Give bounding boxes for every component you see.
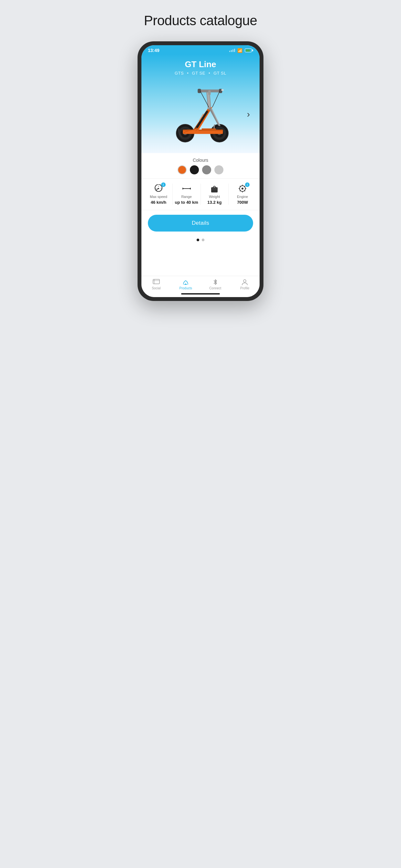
wifi-icon: 📶 xyxy=(237,48,243,53)
page-title: Products catalogue xyxy=(144,13,257,28)
status-icons: 📶 xyxy=(229,48,253,53)
spec-label-speed: Max speed xyxy=(150,195,167,198)
nav-item-products[interactable]: Products xyxy=(171,279,201,290)
details-section: Details xyxy=(142,210,259,236)
spec-value-range: up to 40 km xyxy=(175,200,198,205)
svg-rect-20 xyxy=(211,187,218,192)
profile-icon xyxy=(241,279,249,286)
spec-value-weight: 13.2 kg xyxy=(207,200,221,205)
hero-section: GT Line GTS • GT SE • GT SL xyxy=(142,54,259,153)
colours-section: Colours xyxy=(142,153,259,179)
pagination-dots xyxy=(142,236,259,244)
spec-value-speed: 46 km/h xyxy=(151,200,166,205)
svg-rect-17 xyxy=(221,89,223,91)
colour-swatches xyxy=(178,165,223,175)
nav-item-profile[interactable]: Profile xyxy=(230,279,260,290)
variant-gts: GTS xyxy=(175,71,184,75)
svg-point-29 xyxy=(243,280,246,282)
bottom-nav: Social Products Connect xyxy=(142,276,259,291)
colour-orange[interactable] xyxy=(178,165,187,175)
spec-range: Range up to 40 km xyxy=(173,184,201,205)
svg-rect-18 xyxy=(202,128,216,130)
svg-rect-21 xyxy=(212,189,217,189)
variant-gtse: GT SE xyxy=(192,71,205,75)
phone-frame: 13:49 📶 GT Line xyxy=(137,41,264,301)
product-variants: GTS • GT SE • GT SL xyxy=(175,71,226,75)
spec-icon-wrapper-range xyxy=(181,184,192,193)
colours-label: Colours xyxy=(193,158,208,163)
svg-point-19 xyxy=(158,188,159,189)
svg-rect-15 xyxy=(208,90,211,95)
svg-point-23 xyxy=(242,188,243,190)
spec-weight: Weight 13.2 kg xyxy=(201,184,228,205)
spec-icon-wrapper-speed: i xyxy=(153,184,164,193)
spec-value-engine: 700W xyxy=(237,200,248,205)
spec-label-engine: Engine xyxy=(237,195,248,198)
spec-icon-wrapper-weight xyxy=(209,184,220,193)
social-icon xyxy=(152,279,160,286)
weight-icon xyxy=(210,184,219,193)
pagination-dot-2[interactable] xyxy=(202,239,204,241)
svg-rect-24 xyxy=(153,279,159,284)
scooter-image: ETWOW xyxy=(165,84,236,145)
details-button[interactable]: Details xyxy=(148,215,253,231)
nav-item-connect[interactable]: Connect xyxy=(201,279,230,290)
nav-label-profile: Profile xyxy=(240,286,249,290)
spec-engine: i Engine 700W xyxy=(228,184,256,205)
battery-icon xyxy=(245,49,253,52)
variant-gtsl: GT SL xyxy=(213,71,226,75)
home-bar xyxy=(181,293,220,294)
engine-info-badge[interactable]: i xyxy=(245,182,250,187)
range-icon xyxy=(181,184,192,193)
nav-label-products: Products xyxy=(180,286,192,290)
bluetooth-icon xyxy=(212,279,219,286)
status-time: 13:49 xyxy=(148,48,159,53)
colour-black[interactable] xyxy=(190,165,199,175)
home-indicator xyxy=(142,291,259,297)
nav-item-social[interactable]: Social xyxy=(142,279,171,290)
spec-label-range: Range xyxy=(181,195,191,198)
nav-label-connect: Connect xyxy=(209,286,221,290)
spec-max-speed: i Max speed 46 km/h xyxy=(145,184,173,205)
products-icon xyxy=(182,279,189,286)
dot1: • xyxy=(187,71,189,75)
spec-label-weight: Weight xyxy=(209,195,220,198)
colour-gray[interactable] xyxy=(202,165,211,175)
signal-icon xyxy=(229,49,235,52)
pagination-dot-1[interactable] xyxy=(197,239,199,241)
specs-section: i Max speed 46 km/h Range up to 40 km xyxy=(142,179,259,210)
spec-icon-wrapper-engine: i xyxy=(237,184,248,193)
svg-rect-13 xyxy=(197,89,201,93)
status-bar: 13:49 📶 xyxy=(142,45,259,54)
product-name: GT Line xyxy=(185,59,216,69)
scooter-container: ETWOW › xyxy=(148,75,253,153)
phone-screen: 13:49 📶 GT Line xyxy=(142,45,259,297)
next-arrow-button[interactable]: › xyxy=(247,109,250,120)
nav-label-social: Social xyxy=(152,286,160,290)
colour-lightgray[interactable] xyxy=(214,165,223,175)
speed-info-badge[interactable]: i xyxy=(161,182,166,187)
dot2: • xyxy=(209,71,210,75)
